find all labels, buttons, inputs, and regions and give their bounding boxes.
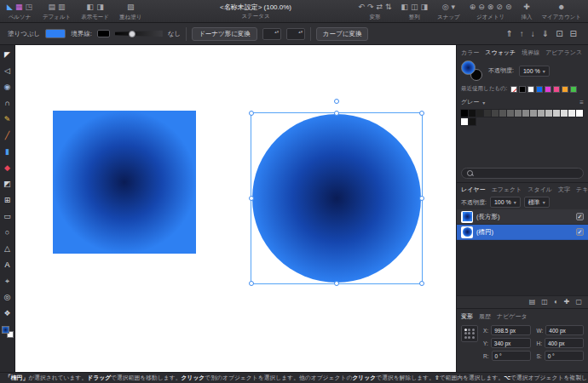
chevron-down-icon[interactable]: ▾ <box>482 100 485 106</box>
toolbar-group-viewmode[interactable]: ◧◨ 表示モード <box>81 2 109 21</box>
convert-to-donut-button[interactable]: ドーナツ形に変換 <box>192 27 257 41</box>
color-swatch[interactable] <box>515 110 522 117</box>
move-to-back-icon[interactable]: ⇓ <box>542 30 549 38</box>
fill-gradient-tool[interactable]: ◆ <box>0 160 15 176</box>
text-tool[interactable]: A <box>0 257 15 273</box>
node-tool[interactable]: ◁ <box>0 63 15 79</box>
color-swatch[interactable] <box>536 86 543 93</box>
fill-stroke-well[interactable] <box>2 326 14 338</box>
view-vector-icon[interactable]: ◧ <box>87 3 95 11</box>
swatch-search-input[interactable] <box>461 168 584 179</box>
color-swatch[interactable] <box>545 110 552 117</box>
color-swatch[interactable] <box>553 86 560 93</box>
edit-all-layers-icon[interactable]: ▤ <box>529 299 536 306</box>
resize-handle-right[interactable] <box>419 196 424 201</box>
mask-layer-icon[interactable]: ◫ <box>541 299 548 306</box>
export-persona-icon[interactable]: ◳ <box>25 3 32 11</box>
align-left-icon[interactable]: ◧ <box>401 3 409 11</box>
panel-tab[interactable]: アピアランス <box>545 49 582 57</box>
align-center-icon[interactable]: ◫ <box>411 3 418 11</box>
snap-icon[interactable]: ◎ <box>442 3 449 11</box>
layer-visibility-checkbox[interactable]: ✓ <box>576 228 584 236</box>
delete-layer-icon[interactable]: ▢ <box>575 299 582 306</box>
color-swatch[interactable] <box>484 110 491 117</box>
color-picker-tool[interactable]: ⌖ <box>0 273 15 289</box>
crop-tool[interactable]: ⊞ <box>0 192 15 209</box>
y-field[interactable]: 340 px <box>491 338 531 348</box>
resize-handle-bottom-right[interactable] <box>419 281 424 286</box>
toolbar-group-default[interactable]: ▤▥ デフォルト <box>43 2 71 21</box>
convert-to-curves-button[interactable]: カーブに変換 <box>316 27 369 41</box>
panel-tab[interactable]: レイヤー <box>461 186 486 194</box>
fill-color-circle-icon[interactable] <box>461 60 476 75</box>
transparency-tool[interactable]: ◩ <box>0 176 15 192</box>
layers-opacity-dropdown[interactable]: 100 % ▾ <box>490 197 521 208</box>
color-swatch[interactable] <box>469 118 476 125</box>
opacity-dropdown[interactable]: 100 % ▾ <box>519 66 550 77</box>
move-to-front-icon[interactable]: ⇑ <box>505 30 512 38</box>
color-swatch[interactable] <box>527 86 534 93</box>
panel-tab[interactable]: テキスト <box>576 186 588 194</box>
view-tool[interactable]: ❖ <box>0 306 15 322</box>
flip-vertical-icon[interactable]: ⇅ <box>385 3 392 11</box>
context-stepper-2[interactable] <box>286 28 305 40</box>
width-field[interactable]: 400 px <box>545 325 584 335</box>
boolean-subtract-icon[interactable]: ⊖ <box>478 3 485 11</box>
toolbar-group-transform[interactable]: ↶↷⇄⇅ 変形 <box>358 2 391 21</box>
rectangle-tool[interactable]: ▭ <box>0 209 15 225</box>
brush-tool[interactable]: ▮ <box>0 144 15 160</box>
color-swatch[interactable] <box>568 110 575 117</box>
coat-icon[interactable]: ▧ <box>127 3 135 11</box>
toolbar-group-insert[interactable]: ✚ 挿入 <box>521 2 532 21</box>
zoom-tool[interactable]: ◎ <box>0 289 15 306</box>
color-swatch[interactable] <box>492 110 499 117</box>
panel-menu-icon[interactable]: ≡ <box>579 99 584 106</box>
adjustment-layer-icon[interactable]: ◐ <box>554 299 558 306</box>
corner-tool[interactable]: ∩ <box>0 95 15 111</box>
align-right-icon[interactable]: ◨ <box>421 3 429 11</box>
pencil-tool[interactable]: ╱ <box>0 128 15 144</box>
rotate-ccw-icon[interactable]: ↶ <box>358 3 365 11</box>
boolean-add-icon[interactable]: ⊕ <box>470 3 476 11</box>
fill-color-swatch[interactable] <box>45 29 66 38</box>
stroke-color-swatch[interactable] <box>97 30 110 37</box>
insert-inside-icon[interactable]: ⊡ <box>556 30 562 38</box>
designer-persona-icon[interactable]: ◣ <box>7 3 13 11</box>
x-field[interactable]: 998.5 px <box>491 325 530 335</box>
selection-bounding-box[interactable] <box>251 112 423 284</box>
toolbar-group-coat[interactable]: ▧ 重ね塗り <box>119 2 141 21</box>
color-swatch[interactable] <box>576 110 583 117</box>
stroke-width-slider[interactable] <box>115 30 163 38</box>
move-tool[interactable]: ◤ <box>0 47 15 63</box>
gradient-rectangle-shape[interactable] <box>53 111 196 254</box>
color-swatch[interactable] <box>570 86 577 93</box>
panel-tab[interactable]: 境界線 <box>522 49 539 57</box>
snap-menu-icon[interactable]: ▾ <box>452 3 456 11</box>
color-swatch[interactable] <box>561 110 568 117</box>
account-icon[interactable]: ☻ <box>557 3 565 11</box>
no-color-swatch[interactable] <box>510 86 517 93</box>
insert-icon[interactable]: ✚ <box>523 3 530 11</box>
resize-handle-top-left[interactable] <box>249 111 254 116</box>
panel-tab[interactable]: 文字 <box>558 186 570 194</box>
boolean-intersect-icon[interactable]: ⊗ <box>487 3 494 11</box>
layer-row-rectangle[interactable]: (長方形) ✓ <box>457 209 588 225</box>
rotation-handle[interactable] <box>334 99 339 104</box>
color-swatch[interactable] <box>461 110 468 117</box>
anchor-point-selector[interactable] <box>461 325 478 342</box>
shear-field[interactable]: 0 ° <box>545 351 584 361</box>
rotate-cw-icon[interactable]: ↷ <box>367 3 374 11</box>
flip-horizontal-icon[interactable]: ⇄ <box>376 3 383 11</box>
rotation-field[interactable]: 0 ° <box>492 351 531 361</box>
height-field[interactable]: 400 px <box>545 338 584 348</box>
resize-handle-bottom[interactable] <box>334 281 339 286</box>
pen-tool[interactable]: ✎ <box>0 111 15 128</box>
pixel-persona-icon[interactable]: ▦ <box>15 3 23 11</box>
polygon-tool[interactable]: △ <box>0 241 15 257</box>
panel-tab[interactable]: カラー <box>461 49 479 57</box>
color-swatch[interactable] <box>538 110 545 117</box>
stroke-width-knob[interactable] <box>129 31 135 37</box>
color-swatch[interactable] <box>507 110 514 117</box>
context-stepper-1[interactable] <box>262 28 281 40</box>
resize-handle-left[interactable] <box>249 196 254 201</box>
